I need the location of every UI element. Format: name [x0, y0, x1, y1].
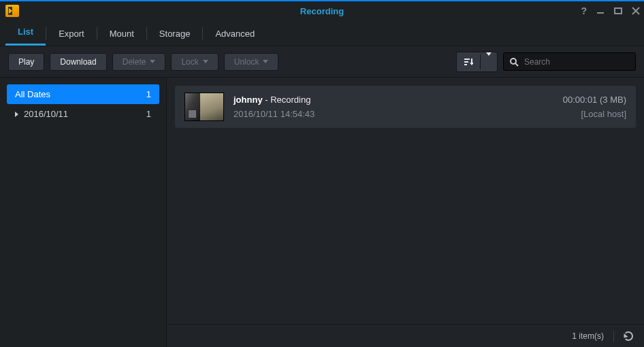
svg-point-8: [511, 59, 516, 64]
recording-title: johnny - Recording: [234, 95, 553, 105]
divider: [613, 331, 614, 342]
sidebar-item-date[interactable]: 2016/10/11 1: [7, 104, 159, 124]
chevron-down-icon: [203, 60, 208, 63]
lock-button[interactable]: Lock: [171, 53, 218, 71]
help-icon[interactable]: ?: [581, 5, 587, 16]
recording-timestamp: 2016/10/11 14:54:43: [234, 109, 553, 119]
search-icon: [509, 57, 519, 67]
chevron-down-icon: [150, 60, 155, 63]
sidebar: All Dates 1 2016/10/11 1: [0, 78, 167, 347]
sort-button[interactable]: [456, 52, 498, 72]
svg-line-9: [515, 63, 518, 66]
sort-icon: [464, 58, 473, 66]
unlock-label: Unlock: [234, 57, 259, 67]
tab-list[interactable]: List: [5, 20, 46, 46]
recording-row[interactable]: johnny - Recording 2016/10/11 14:54:43 0…: [175, 86, 636, 128]
download-label: Download: [60, 57, 96, 67]
recording-host: [Local host]: [563, 109, 626, 119]
main-tabs: List Export Mount Storage Advanced: [0, 20, 644, 46]
window-title: Recording: [0, 6, 644, 16]
play-label: Play: [18, 57, 34, 67]
download-button[interactable]: Download: [50, 53, 106, 71]
tab-export[interactable]: Export: [46, 22, 97, 46]
tab-mount[interactable]: Mount: [97, 22, 146, 46]
expand-icon: [15, 112, 18, 117]
chevron-down-icon: [486, 52, 492, 67]
delete-button[interactable]: Delete: [112, 53, 166, 71]
sidebar-item-count: 1: [146, 109, 151, 119]
svg-rect-1: [615, 8, 622, 14]
sidebar-item-label: 2016/10/11: [24, 109, 146, 119]
sidebar-item-all-dates[interactable]: All Dates 1: [7, 84, 159, 104]
search-input[interactable]: [524, 57, 630, 67]
recording-duration: 00:00:01 (3 MB): [563, 95, 626, 105]
tab-storage[interactable]: Storage: [147, 22, 203, 46]
sidebar-item-count: 1: [146, 89, 151, 99]
tab-advanced[interactable]: Advanced: [203, 22, 267, 46]
unlock-button[interactable]: Unlock: [224, 53, 279, 71]
delete-label: Delete: [123, 57, 146, 67]
sidebar-item-label: All Dates: [15, 89, 146, 99]
close-button[interactable]: [632, 7, 640, 15]
maximize-button[interactable]: [614, 7, 622, 15]
search-box[interactable]: [503, 52, 636, 71]
recording-thumbnail: [184, 93, 224, 121]
lock-label: Lock: [181, 57, 198, 67]
refresh-button[interactable]: [624, 331, 633, 341]
play-button[interactable]: Play: [8, 53, 44, 71]
item-count: 1 item(s): [572, 331, 604, 341]
minimize-button[interactable]: [596, 7, 605, 15]
app-icon: [5, 5, 19, 17]
chevron-down-icon: [263, 60, 268, 63]
